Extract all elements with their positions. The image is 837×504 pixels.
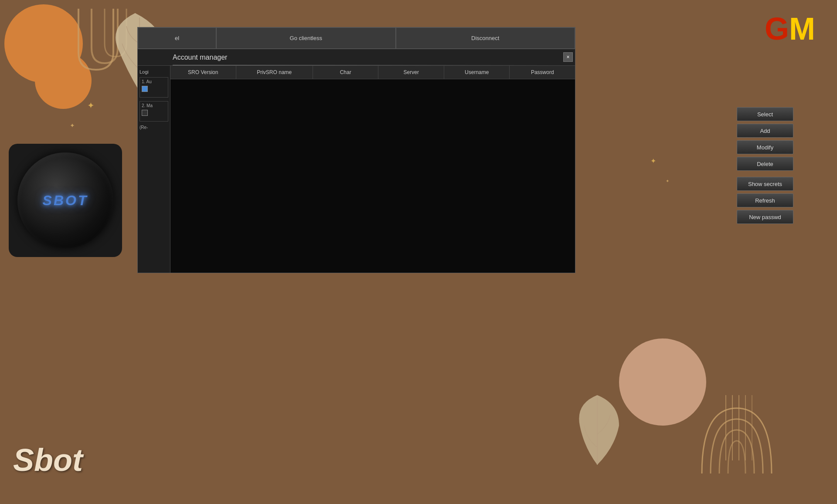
section-2-box: 2. Ma [140,101,168,122]
table-body [170,79,575,273]
gm-logo: GM [765,13,815,44]
sparkle-4: ✦ [666,179,669,183]
app-window: el Go clientless Disconnect Account mana… [137,27,575,273]
col-sro-version: SRO Version [170,66,236,79]
deco-vertical-lines [721,395,756,460]
deco-peach-circle [619,338,706,426]
select-button[interactable]: Select [737,107,793,121]
checkbox-row-1 [142,86,166,92]
sparkle-1: ✦ [87,100,95,111]
deco-circle-2 [35,52,92,109]
new-passwd-button[interactable]: New passwd [737,210,793,224]
sbot-logo-text: SBOT [43,193,88,209]
checkbox-row-2 [142,110,166,116]
toolbar-btn-disconnect[interactable]: Disconnect [396,27,575,49]
section-2-label: 2. Ma [142,103,166,108]
delete-button[interactable]: Delete [737,157,793,171]
gm-m-letter: M [789,11,815,46]
col-char: Char [313,66,379,79]
main-body: Logi 1. Au 2. Ma (Re- SRO Version [138,66,575,273]
close-button[interactable]: × [563,52,573,62]
deco-arcs-bottom-right [689,391,785,478]
account-table-area: SRO Version PrivSRO name Char Server Use… [170,66,575,273]
checkbox-1[interactable] [142,86,148,92]
show-secrets-button[interactable]: Show secrets [737,177,793,191]
checkbox-2[interactable] [142,110,148,116]
sbot-logo: SBOT [17,152,113,248]
col-username: Username [444,66,510,79]
section-1-box: 1. Au [140,77,168,98]
col-password: Password [510,66,575,79]
toolbar-btn-go-clientless[interactable]: Go clientless [216,27,396,49]
sparkle-2: ✦ [70,122,75,129]
app-title: Account manager [173,54,227,61]
login-section-label: Logi [140,69,168,74]
sbot-brand-label: Sbot [13,442,83,478]
add-button[interactable]: Add [737,124,793,138]
sparkle-3: ✦ [650,157,656,165]
side-buttons-panel: Select Add Modify Delete Show secrets Re… [737,107,798,224]
left-sidebar-panel: Logi 1. Au 2. Ma (Re- [138,66,170,273]
sbot-logo-container: SBOT [9,144,122,257]
col-privsro-name: PrivSRO name [236,66,313,79]
title-separator [173,65,562,65]
title-bar: Account manager × [138,49,575,66]
toolbar-btn-1[interactable]: el [138,27,216,49]
section-1-label: 1. Au [142,79,166,84]
re-label: (Re- [140,125,168,130]
refresh-button[interactable]: Refresh [737,193,793,207]
table-header: SRO Version PrivSRO name Char Server Use… [170,66,575,79]
modify-button[interactable]: Modify [737,140,793,154]
toolbar: el Go clientless Disconnect [138,27,575,49]
col-server: Server [378,66,444,79]
deco-leaf-bottom-right [567,391,628,469]
gm-g-letter: G [765,11,789,46]
